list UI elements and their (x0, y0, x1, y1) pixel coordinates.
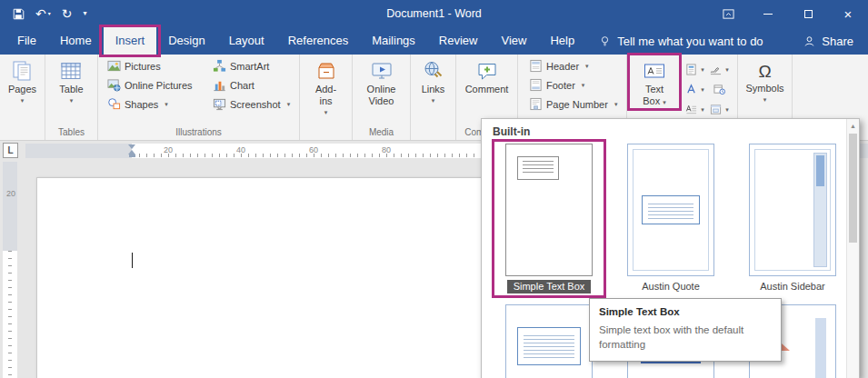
first-line-indent-marker[interactable] (128, 144, 135, 149)
chart-label: Chart (230, 80, 254, 91)
ruler-number: 60 (309, 145, 318, 154)
pages-button[interactable]: Pages ▾ (6, 56, 38, 104)
chevron-down-icon: ▾ (582, 82, 585, 88)
gallery-scrollbar[interactable]: ▲ (846, 119, 859, 378)
wordart-button[interactable]: ▾ (683, 79, 707, 99)
thumbnail-sidebar-shape (815, 318, 826, 378)
customize-qat-button[interactable]: ▾ (83, 10, 86, 17)
left-indent-marker[interactable] (129, 154, 135, 157)
ruler-number: 20 (6, 189, 15, 198)
tab-stop-selector[interactable]: L (3, 143, 18, 158)
gallery-item-label: Austin Quote (635, 280, 706, 293)
lightbulb-icon (599, 35, 611, 47)
thumbnail-textbox-shape (517, 156, 559, 180)
ribbon-display-options-icon (723, 8, 734, 20)
ribbon-display-options-button[interactable] (708, 0, 748, 27)
signature-line-button[interactable]: ▾ (707, 59, 732, 79)
minimize-button[interactable] (748, 0, 788, 27)
tab-insert-label: Insert (115, 34, 145, 47)
save-button[interactable] (13, 8, 25, 20)
footer-button[interactable]: Footer ▾ (525, 75, 621, 94)
chevron-down-icon: ▾ (663, 99, 666, 105)
tab-stop-type-label: L (7, 145, 13, 155)
scrollbar-thumb[interactable] (849, 134, 857, 243)
gallery-item-austin-quote[interactable]: Austin Quote (620, 144, 722, 293)
text-box-label-line2: Box (643, 95, 660, 106)
drop-cap-button[interactable]: ▾ (683, 99, 707, 119)
pages-icon (10, 59, 34, 83)
table-icon (59, 59, 83, 83)
gallery-item-simple-text-box[interactable]: Simple Text Box (498, 144, 600, 293)
redo-button[interactable]: ↻ (62, 7, 73, 20)
comment-button[interactable]: Comment (464, 56, 511, 95)
text-group-mini-buttons: ▾ ▾ ▾ ▾ (683, 59, 732, 119)
window-controls: × (708, 0, 868, 27)
chevron-down-icon: ▾ (763, 96, 767, 103)
pictures-button[interactable]: Pictures (104, 56, 209, 75)
comment-label: Comment (465, 84, 509, 95)
date-time-button[interactable] (707, 79, 732, 99)
vertical-ruler: 20 (3, 162, 17, 378)
quick-parts-button[interactable]: ▾ (683, 59, 707, 79)
shapes-icon (107, 97, 121, 111)
gallery-item-label: Austin Sidebar (753, 280, 832, 293)
online-pictures-label: Online Pictures (125, 80, 193, 91)
links-button[interactable]: Links ▾ (420, 56, 447, 104)
chevron-down-icon: ▾ (614, 101, 618, 107)
person-icon (803, 35, 815, 47)
group-label-pages (0, 126, 45, 140)
chart-button[interactable]: Chart (209, 75, 294, 94)
tab-home[interactable]: Home (48, 27, 104, 55)
text-box-button[interactable]: Text Box▾ (631, 56, 678, 107)
tab-layout[interactable]: Layout (217, 27, 276, 55)
header-button[interactable]: Header ▾ (525, 56, 621, 75)
undo-button[interactable]: ↶▾ (35, 7, 51, 20)
tab-view[interactable]: View (489, 27, 538, 55)
thumbnail-page (505, 144, 593, 276)
tab-design[interactable]: Design (156, 27, 216, 55)
scroll-up-icon[interactable]: ▲ (847, 119, 859, 133)
chevron-down-icon: ▾ (165, 101, 168, 107)
thumbnail-page (749, 144, 836, 276)
online-video-icon (370, 59, 394, 83)
quick-parts-icon (685, 64, 697, 75)
tab-mailings[interactable]: Mailings (360, 27, 427, 55)
gallery-item-austin-sidebar[interactable]: Austin Sidebar (742, 144, 843, 293)
tab-help[interactable]: Help (538, 27, 586, 55)
chevron-down-icon: ▾ (432, 97, 435, 104)
add-ins-button[interactable]: Add-ins ▾ (308, 56, 344, 115)
tell-me-box[interactable]: Tell me what you want to do (599, 27, 763, 55)
tab-references[interactable]: References (276, 27, 360, 55)
text-box-label-line1: Text (645, 84, 663, 95)
minimize-icon (763, 14, 773, 15)
undo-icon: ↶ (35, 7, 46, 20)
thumbnail-quote-box (517, 327, 581, 365)
tab-review[interactable]: Review (427, 27, 490, 55)
page-number-icon (529, 97, 543, 111)
ruler-number: 20 (164, 145, 173, 154)
maximize-button[interactable] (788, 0, 828, 27)
page-number-button[interactable]: Page Number ▾ (525, 94, 621, 114)
symbols-button[interactable]: Ω Symbols ▾ (743, 56, 785, 103)
online-pictures-icon (107, 78, 121, 92)
page-number-label: Page Number (546, 99, 608, 110)
links-label: Links (422, 84, 445, 95)
tab-file[interactable]: File (5, 27, 48, 55)
object-button[interactable]: ▾ (707, 99, 732, 119)
screenshot-button[interactable]: Screenshot ▾ (209, 94, 294, 114)
smartart-button[interactable]: SmartArt (209, 56, 294, 75)
chevron-down-icon: ▾ (48, 11, 51, 16)
share-label: Share (822, 35, 853, 48)
wordart-icon (685, 84, 697, 95)
online-video-button[interactable]: Online Video (355, 56, 408, 107)
screenshot-icon (213, 97, 226, 111)
tab-insert[interactable]: Insert (104, 27, 157, 55)
close-button[interactable]: × (828, 0, 868, 27)
gallery-item-partial-1[interactable] (498, 304, 600, 378)
share-button[interactable]: Share (803, 27, 853, 55)
online-pictures-button[interactable]: Online Pictures (104, 75, 209, 94)
table-button[interactable]: Table ▾ (57, 56, 85, 104)
shapes-button[interactable]: Shapes ▾ (104, 94, 209, 114)
thumbnail-page (627, 144, 714, 276)
ruler-number: 80 (382, 145, 391, 154)
